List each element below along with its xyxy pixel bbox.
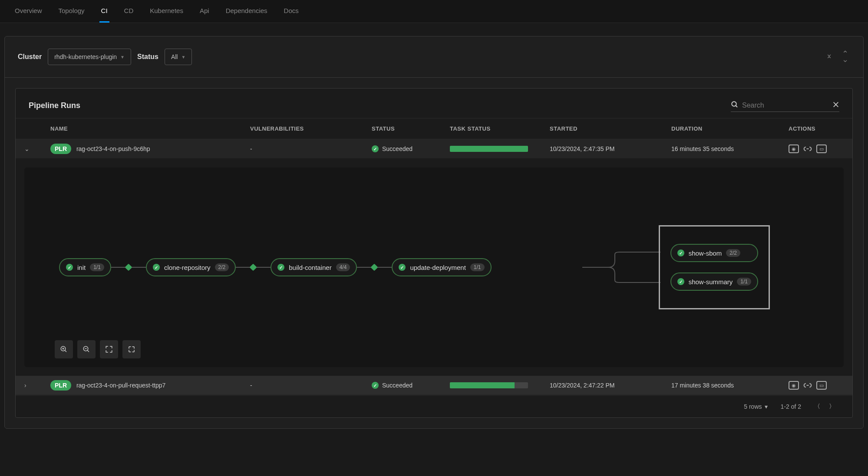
zoom-in-button[interactable] (55, 340, 73, 358)
col-actions: ACTIONS (780, 118, 852, 139)
stage-label: build-container (289, 264, 331, 271)
cluster-select[interactable]: rhdh-kubernetes-plugin ▼ (48, 49, 131, 65)
next-page-button[interactable]: 〉 (829, 403, 835, 410)
check-circle-icon: ✓ (372, 382, 379, 389)
started-cell: 10/23/2024, 2:47:22 PM (541, 376, 663, 395)
link-button[interactable] (802, 381, 813, 390)
tab-overview[interactable]: Overview (13, 0, 44, 23)
col-status: STATUS (363, 118, 441, 139)
rows-label: 5 rows (744, 403, 762, 410)
check-circle-icon: ✓ (677, 249, 684, 256)
stage-count: 4/4 (336, 263, 350, 271)
stage-show-summary[interactable]: ✓ show-summary 1/1 (670, 272, 758, 291)
table-row[interactable]: › PLR rag-oct23-4-on-pull-request-ttpp7 … (16, 376, 852, 395)
stage-clone-repository[interactable]: ✓ clone-repository 2/2 (146, 258, 236, 276)
top-tabs: Overview Topology CI CD Kubernetes Api D… (0, 0, 868, 23)
stage-count: 1/1 (737, 278, 751, 286)
fit-button[interactable] (100, 340, 118, 358)
col-duration: DURATION (663, 118, 780, 139)
tab-ci[interactable]: CI (99, 0, 109, 23)
stage-label: show-summary (689, 278, 733, 286)
run-name[interactable]: rag-oct23-4-on-push-9c6hp (76, 145, 150, 152)
duration-cell: 17 minutes 38 seconds (663, 376, 780, 395)
run-name[interactable]: rag-oct23-4-on-pull-request-ttpp7 (76, 382, 165, 389)
chevron-down-icon: ▼ (120, 55, 125, 59)
expand-all-button[interactable]: ⌃⌄ (840, 50, 850, 64)
tab-kubernetes[interactable]: Kubernetes (148, 0, 185, 23)
status-text: Succeeded (382, 382, 413, 389)
status-label: Status (137, 53, 158, 61)
plr-badge: PLR (50, 380, 71, 391)
cluster-value: rhdh-kubernetes-plugin (54, 53, 117, 60)
tab-docs[interactable]: Docs (282, 0, 300, 23)
stage-count: 2/2 (215, 263, 229, 271)
zoom-out-button[interactable] (77, 340, 96, 358)
tab-topology[interactable]: Topology (57, 0, 86, 23)
status-select[interactable]: All ▼ (165, 49, 192, 65)
vulnerabilities-cell: - (241, 139, 363, 159)
svg-line-5 (65, 350, 66, 352)
plr-badge: PLR (50, 144, 71, 154)
svg-line-1 (736, 105, 737, 107)
panel-title: Pipeline Runs (29, 101, 80, 110)
pipeline-runs-panel: Pipeline Runs NAME VULNERABILITIES STATU… (15, 88, 853, 418)
rows-per-page-select[interactable]: 5 rows ▾ (744, 403, 767, 410)
pipeline-runs-table: NAME VULNERABILITIES STATUS TASK STATUS … (16, 118, 852, 395)
stage-label: init (77, 264, 86, 271)
fullscreen-button[interactable] (122, 340, 141, 358)
caret-down-icon: ▾ (765, 403, 768, 410)
logs-button[interactable]: ▭ (816, 381, 827, 390)
main-panel: Cluster rhdh-kubernetes-plugin ▼ Status … (4, 36, 864, 429)
tab-cd[interactable]: CD (122, 0, 135, 23)
logs-button[interactable]: ▭ (816, 144, 827, 153)
col-started: STARTED (541, 118, 663, 139)
diamond-icon (125, 264, 132, 271)
tab-dependencies[interactable]: Dependencies (224, 0, 269, 23)
cluster-label: Cluster (18, 53, 42, 61)
stage-build-container[interactable]: ✓ build-container 4/4 (271, 258, 357, 276)
stage-show-sbom[interactable]: ✓ show-sbom 2/2 (670, 244, 758, 262)
stage-label: update-deployment (410, 264, 465, 271)
view-sbom-button[interactable]: ◉ (789, 381, 799, 390)
svg-line-9 (87, 350, 89, 352)
branch-connector (582, 246, 660, 289)
stage-label: show-sbom (689, 249, 722, 257)
svg-point-0 (732, 102, 736, 106)
stage-count: 1/1 (90, 263, 104, 271)
check-circle-icon: ✓ (372, 145, 379, 152)
prev-page-button[interactable]: 〈 (814, 403, 820, 410)
collapse-all-button[interactable]: ⌄⌃ (824, 50, 834, 64)
search-icon[interactable] (731, 101, 739, 110)
page-range: 1-2 of 2 (781, 403, 801, 410)
check-circle-icon: ✓ (66, 264, 73, 271)
diamond-icon (371, 264, 378, 271)
col-task-status: TASK STATUS (441, 118, 541, 139)
parallel-stage-group: ✓ show-sbom 2/2 ✓ show-summary 1/1 (659, 225, 770, 309)
link-button[interactable] (802, 144, 813, 153)
filter-bar: Cluster rhdh-kubernetes-plugin ▼ Status … (5, 36, 863, 78)
stage-count: 2/2 (726, 249, 740, 257)
started-cell: 10/23/2024, 2:47:35 PM (541, 139, 663, 159)
close-icon[interactable] (832, 101, 839, 109)
view-sbom-button[interactable]: ◉ (789, 144, 799, 153)
stage-init[interactable]: ✓ init 1/1 (59, 258, 111, 276)
chevron-down-icon[interactable]: ⌄ (24, 145, 31, 152)
status-value: All (171, 53, 178, 60)
col-vulnerabilities: VULNERABILITIES (241, 118, 363, 139)
vulnerabilities-cell: - (241, 376, 363, 395)
duration-cell: 16 minutes 35 seconds (663, 139, 780, 159)
check-circle-icon: ✓ (677, 278, 684, 285)
search-input[interactable] (742, 102, 829, 109)
check-circle-icon: ✓ (399, 264, 406, 271)
tab-api[interactable]: Api (198, 0, 211, 23)
task-status-bar (450, 382, 528, 388)
table-row[interactable]: ⌄ PLR rag-oct23-4-on-push-9c6hp - ✓ Succ… (16, 139, 852, 159)
check-circle-icon: ✓ (277, 264, 284, 271)
status-text: Succeeded (382, 145, 413, 152)
stage-count: 1/1 (470, 263, 485, 271)
stage-update-deployment[interactable]: ✓ update-deployment 1/1 (392, 258, 491, 276)
pipeline-visualization: ✓ init 1/1 ✓ clone-repository 2/2 (24, 167, 844, 367)
chevron-down-icon: ▼ (181, 55, 185, 59)
col-name: NAME (42, 118, 241, 139)
chevron-right-icon[interactable]: › (24, 382, 31, 389)
